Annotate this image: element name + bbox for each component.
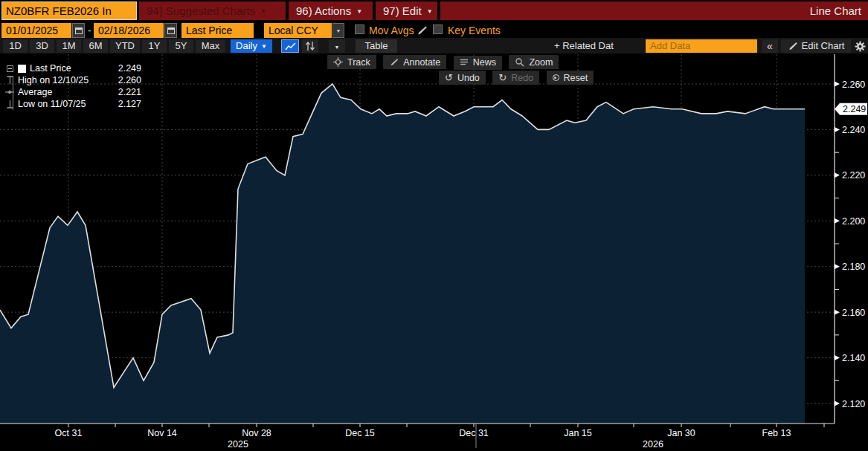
low-marker-icon — [4, 100, 15, 108]
svg-text:Jan 15: Jan 15 — [564, 428, 592, 438]
annotate-button[interactable]: Annotate — [383, 55, 446, 69]
chevron-down-icon: ▼ — [260, 8, 266, 15]
mov-avgs-checkbox[interactable] — [355, 25, 364, 34]
frequency-dropdown[interactable]: Daily▼ — [231, 39, 272, 53]
series-swatch — [18, 65, 26, 73]
start-date-calendar-button[interactable] — [72, 23, 85, 38]
add-data-input[interactable]: Add Data — [646, 39, 757, 53]
track-button[interactable]: Track — [327, 55, 376, 69]
svg-text:2025: 2025 — [228, 439, 248, 450]
pencil-icon[interactable] — [417, 25, 427, 36]
currency-field[interactable]: Local CCY — [264, 23, 332, 38]
chart-type-more-dropdown[interactable]: ▼ — [329, 39, 345, 53]
chevron-down-icon: ▼ — [335, 45, 340, 50]
key-events-checkbox[interactable] — [433, 25, 443, 34]
chart-history-row: ↺ Undo ↻ Redo Reset — [439, 71, 597, 85]
crosshair-icon — [333, 57, 343, 67]
svg-text:Feb 13: Feb 13 — [762, 428, 791, 438]
svg-text:Nov 14: Nov 14 — [147, 428, 177, 438]
redo-button[interactable]: ↻ Redo — [492, 71, 539, 85]
range-tab-3d[interactable]: 3D — [30, 39, 54, 53]
x-axis-labels: Oct 31Nov 14Nov 28Dec 15Dec 31Jan 15Jan … — [55, 424, 824, 450]
news-button[interactable]: News — [454, 56, 502, 70]
svg-text:Dec 15: Dec 15 — [345, 428, 375, 438]
chevron-down-icon: ▼ — [336, 28, 341, 33]
news-icon — [460, 58, 469, 67]
chart-legend: Last Price 2.249 High on 12/10/25 2.260 … — [4, 62, 141, 110]
sort-arrows-icon — [304, 41, 316, 51]
reset-button[interactable]: Reset — [547, 71, 594, 85]
legend-row-average[interactable]: Average 2.221 — [4, 86, 141, 98]
menu-edit[interactable]: 97) Edit▼ — [376, 1, 437, 20]
chart-type-line-button[interactable] — [281, 39, 299, 53]
end-date-calendar-button[interactable] — [164, 23, 177, 38]
table-button[interactable]: Table — [356, 39, 397, 53]
undo-button[interactable]: ↺ Undo — [439, 71, 486, 85]
svg-text:2.120: 2.120 — [842, 399, 865, 409]
legend-row-last-price[interactable]: Last Price 2.249 — [4, 62, 141, 74]
reset-icon — [553, 74, 559, 81]
range-tab-6m[interactable]: 6M — [83, 39, 108, 53]
security-ticker-field[interactable]: NZ0BFR FEB2026 In — [1, 1, 137, 20]
svg-text:Nov 28: Nov 28 — [242, 428, 271, 438]
pencil-icon — [788, 42, 797, 51]
line-chart-icon — [285, 42, 296, 51]
last-price-marker: 2.249 — [835, 103, 867, 115]
related-data-button[interactable]: + Related Dat — [554, 39, 614, 53]
start-date-input[interactable]: 01/01/2025 — [1, 23, 71, 38]
calendar-icon — [167, 27, 175, 34]
chart-canvas[interactable]: 2.2602.2402.2202.2002.1802.1602.1402.120… — [0, 54, 868, 451]
redo-icon: ↻ — [498, 73, 507, 82]
chevron-down-icon: ▼ — [427, 8, 433, 15]
magnifier-icon — [515, 57, 524, 67]
svg-text:Dec 31: Dec 31 — [459, 428, 489, 438]
settings-button[interactable] — [853, 39, 867, 53]
svg-text:2.200: 2.200 — [842, 216, 865, 227]
range-tab-max[interactable]: Max — [196, 39, 225, 53]
filter-bar: 01/01/2025 - 02/18/2026 Last Price Local… — [0, 22, 868, 38]
top-menu-bar: NZ0BFR FEB2026 In 94) Suggested Charts▼ … — [0, 0, 868, 22]
pencil-icon — [389, 57, 399, 67]
legend-row-high[interactable]: High on 12/10/25 2.260 — [4, 74, 141, 86]
chevron-down-icon: ▼ — [356, 8, 362, 15]
gear-icon — [855, 41, 866, 52]
svg-text:2026: 2026 — [643, 439, 663, 450]
mov-avgs-label: Mov Avgs — [369, 23, 414, 38]
svg-text:2.240: 2.240 — [842, 125, 865, 135]
svg-text:Oct 31: Oct 31 — [55, 428, 83, 438]
range-tab-1y[interactable]: 1Y — [142, 39, 167, 53]
bloomberg-chart-window: NZ0BFR FEB2026 In 94) Suggested Charts▼ … — [0, 0, 868, 451]
menu-suggested-charts[interactable]: 94) Suggested Charts▼ — [139, 1, 286, 20]
undo-icon: ↺ — [445, 73, 453, 82]
svg-text:2.260: 2.260 — [842, 80, 865, 90]
key-events-label: Key Events — [448, 23, 501, 38]
collapse-legend-icon[interactable] — [7, 65, 13, 72]
range-tab-1m[interactable]: 1M — [57, 39, 81, 53]
legend-row-low[interactable]: Low on 11/07/25 2.127 — [4, 98, 141, 110]
calendar-icon — [75, 27, 83, 34]
svg-text:Jan 30: Jan 30 — [667, 428, 695, 438]
svg-text:2.180: 2.180 — [842, 262, 865, 272]
range-tab-1d[interactable]: 1D — [3, 39, 28, 53]
axis-flip-button[interactable] — [302, 39, 318, 53]
price-type-field[interactable]: Last Price — [181, 23, 254, 38]
chevron-down-icon: ▼ — [261, 43, 267, 50]
currency-dropdown-button[interactable]: ▼ — [332, 23, 344, 38]
average-marker-icon — [4, 89, 15, 95]
price-area-fill — [0, 84, 805, 424]
chart-toolbar: 1D 3D 1M 6M YTD 1Y 5Y Max Daily▼ ▼ Table — [0, 38, 868, 54]
collapse-panel-button[interactable]: « — [762, 39, 778, 53]
window-title: Line Chart — [440, 1, 868, 20]
high-marker-icon — [4, 76, 15, 85]
svg-text:2.249: 2.249 — [843, 104, 866, 114]
zoom-button[interactable]: Zoom — [509, 55, 559, 69]
svg-text:2.140: 2.140 — [842, 353, 865, 363]
date-range-separator: - — [88, 23, 91, 38]
chart-tools-row: Track Annotate News Zoom — [327, 55, 562, 70]
menu-actions[interactable]: 96) Actions▼ — [289, 1, 373, 20]
svg-text:2.160: 2.160 — [842, 308, 865, 318]
edit-chart-button[interactable]: Edit Chart — [781, 39, 851, 53]
range-tab-5y[interactable]: 5Y — [169, 39, 193, 53]
end-date-input[interactable]: 02/18/2026 — [94, 23, 164, 38]
range-tab-ytd[interactable]: YTD — [110, 39, 140, 53]
